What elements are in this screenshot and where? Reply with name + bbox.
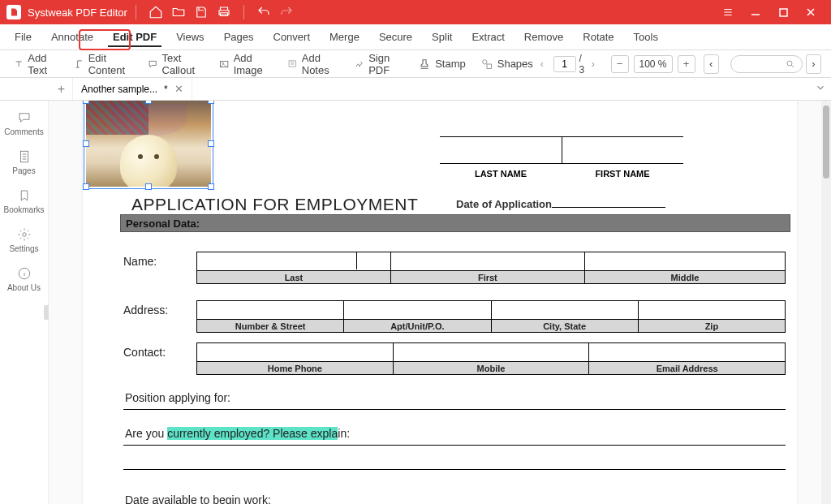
tab-dirty-indicator: * bbox=[164, 84, 168, 95]
home-icon[interactable] bbox=[149, 5, 163, 19]
page-total-label: / 3 bbox=[579, 53, 588, 75]
name-label: Name: bbox=[123, 255, 157, 268]
q-currently-employed: Are you currently employed? Please expla… bbox=[125, 427, 350, 440]
hamburger-menu-icon[interactable] bbox=[714, 0, 742, 24]
name-table: Last First Middle bbox=[196, 252, 786, 284]
menu-file[interactable]: File bbox=[5, 24, 41, 50]
open-folder-icon[interactable] bbox=[171, 5, 186, 19]
svg-point-6 bbox=[787, 61, 792, 66]
section-personal-data: Personal Data: bbox=[120, 214, 790, 232]
left-rail: Comments Pages Bookmarks Settings About … bbox=[0, 101, 49, 504]
menubar: File Annotate Edit PDF Views Pages Conve… bbox=[0, 24, 831, 50]
resize-handle-n[interactable] bbox=[145, 101, 152, 104]
col-home-phone: Home Phone bbox=[197, 361, 394, 374]
svg-rect-3 bbox=[289, 60, 295, 66]
col-zip: Zip bbox=[639, 319, 785, 332]
rail-pages[interactable]: Pages bbox=[0, 143, 49, 182]
search-input[interactable] bbox=[730, 55, 803, 73]
col-email: Email Address bbox=[589, 361, 785, 374]
menu-convert[interactable]: Convert bbox=[264, 24, 321, 50]
redo-icon[interactable] bbox=[279, 5, 294, 19]
tab-overflow-icon[interactable] bbox=[815, 82, 826, 97]
menu-secure[interactable]: Secure bbox=[369, 24, 422, 50]
name-header-row: LAST NAME FIRST NAME bbox=[440, 169, 683, 179]
menu-remove[interactable]: Remove bbox=[515, 24, 573, 50]
col-number-street: Number & Street bbox=[197, 319, 344, 332]
zoom-out-button[interactable]: − bbox=[611, 55, 629, 73]
app-title: Systweak PDF Editor bbox=[28, 6, 127, 19]
shapes-button[interactable]: Shapes bbox=[473, 53, 540, 75]
close-window-button[interactable] bbox=[797, 0, 825, 24]
page-prev-icon[interactable]: ‹ bbox=[540, 58, 550, 70]
rail-settings[interactable]: Settings bbox=[0, 221, 49, 260]
edit-content-button[interactable]: Edit Content bbox=[67, 53, 140, 75]
rail-comments[interactable]: Comments bbox=[0, 104, 49, 143]
print-icon[interactable] bbox=[217, 5, 231, 19]
rail-bookmarks[interactable]: Bookmarks bbox=[0, 182, 49, 221]
menu-extract[interactable]: Extract bbox=[462, 24, 514, 50]
app-logo-icon bbox=[6, 5, 21, 19]
save-icon[interactable] bbox=[194, 5, 209, 19]
resize-handle-se[interactable] bbox=[208, 183, 214, 190]
form-title: APPLICATION FOR EMPLOYMENT bbox=[131, 195, 418, 214]
col-apt: Apt/Unit/P.O. bbox=[344, 319, 491, 332]
document-tab[interactable]: Another sample... * ✕ bbox=[73, 78, 192, 100]
pdf-page: LAST NAME FIRST NAME APPLICATION FOR EMP… bbox=[83, 101, 797, 504]
menu-tools[interactable]: Tools bbox=[624, 24, 668, 50]
last-name-header: LAST NAME bbox=[440, 169, 562, 179]
menu-annotate[interactable]: Annotate bbox=[41, 24, 103, 50]
resize-handle-e[interactable] bbox=[208, 140, 214, 147]
photo-placeholder bbox=[86, 101, 211, 187]
zoom-control: − 100 % + bbox=[611, 55, 695, 73]
col-first: First bbox=[391, 270, 585, 283]
menu-merge[interactable]: Merge bbox=[320, 24, 369, 50]
menu-edit-pdf[interactable]: Edit PDF bbox=[103, 24, 166, 50]
date-line bbox=[552, 207, 665, 208]
titlebar: Systweak PDF Editor bbox=[0, 0, 831, 24]
resize-handle-sw[interactable] bbox=[83, 183, 89, 190]
scroll-thumb[interactable] bbox=[823, 106, 829, 179]
col-last: Last bbox=[197, 270, 391, 283]
add-text-button[interactable]: Add Text bbox=[6, 53, 67, 75]
resize-handle-nw[interactable] bbox=[83, 101, 89, 104]
history-forward-button[interactable]: › bbox=[806, 54, 821, 74]
resize-handle-s[interactable] bbox=[145, 183, 152, 190]
highlighted-text: currently employed? Please expla bbox=[167, 427, 338, 440]
tab-label: Another sample... bbox=[81, 84, 157, 95]
menu-pages[interactable]: Pages bbox=[214, 24, 264, 50]
svg-point-2 bbox=[222, 62, 224, 63]
page-navigator: ‹ / 3 › bbox=[540, 53, 601, 75]
resize-handle-ne[interactable] bbox=[208, 101, 214, 104]
tab-close-icon[interactable]: ✕ bbox=[174, 83, 183, 95]
menu-rotate[interactable]: Rotate bbox=[573, 24, 623, 50]
menu-split[interactable]: Split bbox=[422, 24, 462, 50]
vertical-scrollbar[interactable] bbox=[821, 101, 831, 504]
stamp-button[interactable]: Stamp bbox=[411, 53, 473, 75]
resize-handle-w[interactable] bbox=[83, 140, 89, 147]
maximize-button[interactable] bbox=[769, 0, 797, 24]
q-position-applying: Position applying for: bbox=[125, 391, 230, 404]
text-callout-button[interactable]: Text Callout bbox=[140, 53, 212, 75]
col-city-state: City, State bbox=[492, 319, 639, 332]
svg-rect-0 bbox=[780, 9, 787, 16]
undo-icon[interactable] bbox=[256, 5, 271, 19]
add-notes-button[interactable]: Add Notes bbox=[280, 53, 347, 75]
address-label: Address: bbox=[123, 304, 168, 317]
page-current-input[interactable] bbox=[553, 56, 576, 72]
menu-views[interactable]: Views bbox=[166, 24, 213, 50]
history-back-button[interactable]: ‹ bbox=[704, 54, 719, 74]
minimize-button[interactable] bbox=[742, 0, 769, 24]
col-middle: Middle bbox=[585, 270, 785, 283]
rail-about[interactable]: About Us bbox=[0, 260, 49, 299]
selected-image[interactable] bbox=[86, 101, 211, 187]
sign-pdf-button[interactable]: Sign PDF bbox=[347, 53, 411, 75]
svg-rect-5 bbox=[487, 64, 491, 68]
add-tab-button[interactable]: + bbox=[50, 78, 73, 100]
col-mobile: Mobile bbox=[394, 361, 590, 374]
q-date-available: Date available to begin work: bbox=[125, 493, 271, 504]
page-next-icon[interactable]: › bbox=[592, 58, 601, 70]
document-canvas[interactable]: LAST NAME FIRST NAME APPLICATION FOR EMP… bbox=[49, 101, 831, 504]
zoom-in-button[interactable]: + bbox=[678, 55, 695, 73]
zoom-value: 100 % bbox=[634, 55, 673, 73]
add-image-button[interactable]: Add Image bbox=[212, 53, 280, 75]
